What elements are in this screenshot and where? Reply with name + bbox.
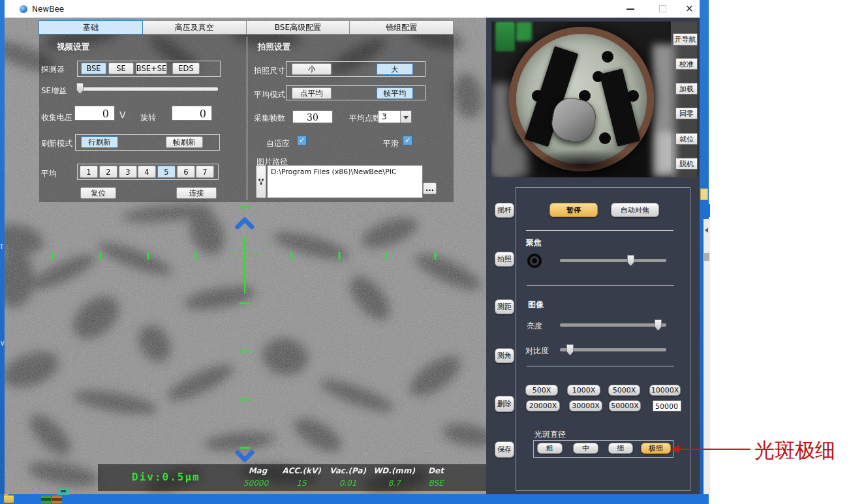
- mag-20000x-button[interactable]: 20000X: [526, 400, 560, 411]
- tab-lens-config[interactable]: 镜组配置: [349, 20, 454, 35]
- status-col-mag-label: Mag: [249, 466, 268, 475]
- average-3-button[interactable]: 3: [119, 166, 137, 178]
- contrast-slider-thumb[interactable]: [566, 344, 574, 355]
- magnification-input[interactable]: 50000: [653, 400, 681, 411]
- collect-voltage-input[interactable]: 0: [74, 106, 115, 121]
- return-zero-button[interactable]: 回零: [675, 108, 698, 119]
- average-2-button[interactable]: 2: [99, 166, 117, 178]
- calibrate-button[interactable]: 校准: [675, 58, 698, 70]
- close-icon[interactable]: ×: [685, 3, 694, 14]
- row-refresh-button[interactable]: 行刷新: [81, 136, 118, 148]
- delete-button[interactable]: 删除: [495, 396, 514, 412]
- tab-basic[interactable]: 基础: [39, 20, 143, 35]
- desktop-icon-label-fragment: V: [1, 341, 4, 347]
- mag-50000x-button[interactable]: 50000X: [609, 400, 641, 411]
- panel-divider: [247, 37, 247, 200]
- screenshot-root: T V NewBee ×: [0, 0, 851, 504]
- detector-bse-button[interactable]: BSE: [81, 63, 106, 74]
- points-dropdown-value: 3: [382, 112, 387, 121]
- contrast-slider-track[interactable]: [560, 348, 666, 351]
- average-1-button[interactable]: 1: [80, 166, 98, 178]
- annotation-arrow-line: [679, 449, 750, 450]
- taskbar-overlap-icon[interactable]: [57, 488, 69, 495]
- mag-30000x-button[interactable]: 30000X: [569, 400, 602, 411]
- points-label: 平均点数: [349, 113, 380, 124]
- spot-medium-button[interactable]: 中: [573, 443, 598, 454]
- load-button[interactable]: 加载: [675, 83, 698, 95]
- contrast-label: 对比度: [525, 346, 549, 357]
- status-col-mag-value: 50000: [243, 479, 268, 488]
- config-tab-bar: 基础 高压及真空 BSE高级配置 镜组配置: [39, 20, 454, 35]
- spot-ultra-fine-button[interactable]: 极细: [641, 443, 671, 454]
- browse-button[interactable]: ...: [423, 183, 437, 194]
- offline-button[interactable]: 脱机: [675, 158, 698, 170]
- tab-bse-advanced[interactable]: BSE高级配置: [246, 20, 350, 35]
- frame-avg-button[interactable]: 帧平均: [377, 87, 413, 99]
- mag-10000x-button[interactable]: 10000X: [649, 385, 681, 396]
- status-col-vac-value: 0.01: [339, 479, 357, 488]
- brightness-slider-thumb[interactable]: [655, 319, 662, 331]
- minimize-icon[interactable]: [627, 8, 634, 10]
- divider: [527, 285, 674, 286]
- spot-fine-button[interactable]: 细: [608, 443, 633, 454]
- pause-button[interactable]: 暂停: [549, 203, 598, 217]
- focus-slider-track[interactable]: [560, 259, 666, 262]
- reset-button[interactable]: 复位: [80, 187, 116, 199]
- detector-bse-se-button[interactable]: BSE+SE: [136, 63, 167, 74]
- measure-angle-button[interactable]: 测角: [495, 348, 514, 363]
- green-connector: [495, 22, 515, 52]
- tab-hv-vacuum[interactable]: 高压及真空: [142, 20, 247, 35]
- detector-se-button[interactable]: SE: [108, 63, 134, 74]
- in-position-button[interactable]: 就位: [675, 133, 698, 145]
- brightness-slider-track[interactable]: [560, 323, 666, 327]
- stage-hole: [602, 51, 613, 63]
- points-dropdown-arrow-button[interactable]: [400, 111, 411, 123]
- background-window-scrollbar[interactable]: [704, 219, 710, 494]
- photo-size-label: 拍照尺寸: [254, 65, 285, 76]
- brightness-label: 亮度: [527, 321, 542, 332]
- smooth-label: 平滑: [383, 138, 399, 149]
- se-gain-label: SE增益: [41, 85, 67, 96]
- smooth-checkbox[interactable]: ✓: [403, 136, 412, 145]
- frame-refresh-button[interactable]: 帧刷新: [166, 136, 203, 148]
- adaptive-checkbox[interactable]: ✓: [297, 136, 307, 145]
- maximize-icon[interactable]: [659, 5, 666, 12]
- focus-label: 聚焦: [526, 237, 542, 248]
- joystick-button[interactable]: 摇杆: [495, 203, 514, 218]
- focus-slider-thumb[interactable]: [627, 255, 634, 266]
- point-avg-button[interactable]: 点平均: [292, 87, 332, 99]
- mag-5000x-button[interactable]: 5000X: [608, 385, 640, 396]
- spot-coarse-button[interactable]: 粗: [537, 443, 563, 454]
- size-small-button[interactable]: 小: [292, 63, 332, 75]
- detector-eds-button[interactable]: EDS: [172, 63, 200, 74]
- collect-voltage-label: 收集电压: [41, 112, 72, 123]
- snapshot-button[interactable]: 拍照: [495, 252, 514, 267]
- scroll-arrow-icon: [705, 228, 708, 233]
- rotation-input[interactable]: 0: [172, 106, 212, 121]
- average-6-button[interactable]: 6: [177, 166, 195, 178]
- image-path-box[interactable]: D:\Program Files (x86)\NewBee\PIC: [267, 165, 423, 198]
- check-icon: ✓: [405, 136, 410, 145]
- scrollbar-thumb[interactable]: [704, 253, 709, 261]
- connect-button[interactable]: 连接: [176, 187, 217, 199]
- measure-distance-button[interactable]: 测距: [495, 299, 514, 314]
- title-bar: NewBee ×: [5, 0, 700, 18]
- average-7-button[interactable]: 7: [196, 166, 214, 178]
- mag-1000x-button[interactable]: 1000X: [567, 385, 600, 396]
- points-dropdown[interactable]: 3: [378, 110, 412, 123]
- se-gain-slider-track[interactable]: [77, 87, 218, 91]
- save-button[interactable]: 保存: [495, 441, 514, 458]
- path-tool-button[interactable]: [256, 165, 266, 198]
- size-large-button[interactable]: 大: [377, 63, 413, 75]
- frames-input[interactable]: 30: [292, 110, 333, 123]
- average-4-button[interactable]: 4: [138, 166, 156, 178]
- image-section-label: 图像: [528, 299, 544, 310]
- taskbar-app-icon[interactable]: [41, 496, 51, 503]
- taskbar-app-icon[interactable]: [52, 496, 62, 503]
- autofocus-button[interactable]: 自动对焦: [611, 203, 659, 217]
- mag-500x-button[interactable]: 500X: [525, 385, 558, 396]
- average-5-button[interactable]: 5: [157, 166, 176, 178]
- folder-icon[interactable]: [4, 496, 14, 503]
- open-navigation-button[interactable]: 开导航: [673, 33, 698, 46]
- average-label: 平均: [41, 168, 57, 179]
